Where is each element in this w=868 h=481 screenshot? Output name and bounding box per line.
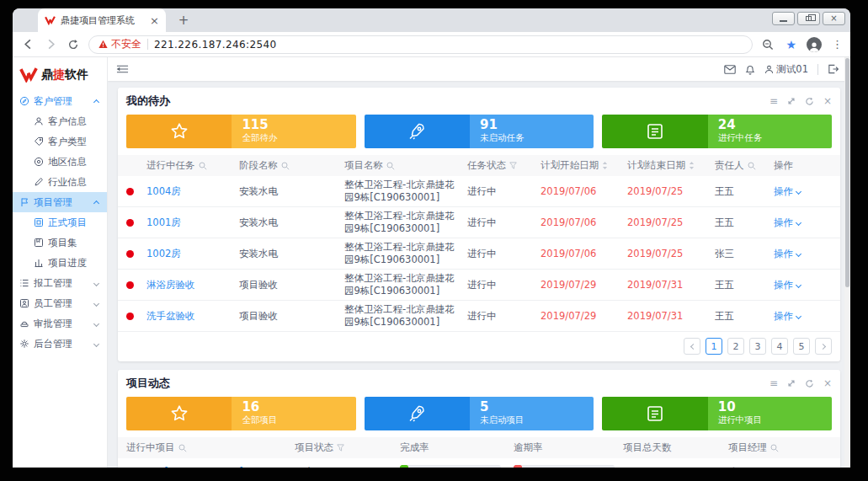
sidebar-item-customer-type[interactable]: 客户类型 bbox=[13, 131, 107, 152]
window-minimize-button[interactable] bbox=[772, 12, 795, 25]
sidebar-item-customer-mgmt[interactable]: 客户管理 bbox=[13, 91, 107, 111]
site-favicon-icon bbox=[45, 15, 56, 25]
task-link[interactable]: 1001房 bbox=[146, 216, 181, 228]
user-menu[interactable]: 测试01 bbox=[764, 63, 808, 76]
panel-expand-icon[interactable] bbox=[787, 97, 796, 105]
security-warning[interactable]: 不安全 bbox=[99, 37, 141, 51]
address-bar[interactable]: 不安全 221.226.187.246:2540 bbox=[88, 35, 753, 54]
url-text: 221.226.187.246:2540 bbox=[154, 39, 277, 51]
panel-toolbar: ≡ × bbox=[769, 96, 832, 106]
browser-tab[interactable]: 鼎捷项目管理系统 × bbox=[38, 8, 166, 32]
table-header-row: 进行中项目 项目状态 完成率 逾期率 项目总天数 项目经理 bbox=[118, 437, 840, 458]
sidebar-item-label: 项目进度 bbox=[48, 257, 100, 270]
panel-project-activity: 项目动态 ≡ × 16全部项目 bbox=[118, 370, 840, 468]
chevron-down-icon bbox=[93, 280, 99, 286]
sidebar-item-project-mgmt[interactable]: 项目管理 bbox=[13, 192, 107, 212]
mail-icon[interactable] bbox=[724, 65, 736, 74]
bell-icon[interactable] bbox=[745, 64, 755, 75]
end-date-cell: 2019/07/25 bbox=[627, 185, 715, 197]
collapse-sidebar-icon[interactable] bbox=[116, 64, 129, 74]
flag-icon bbox=[19, 197, 29, 207]
action-dropdown[interactable]: 操作 bbox=[774, 279, 802, 291]
sidebar-item-backend-mgmt[interactable]: 后台管理 bbox=[13, 334, 107, 354]
col-header-stage[interactable]: 阶段名称 bbox=[239, 159, 344, 172]
sidebar-item-label: 项目集 bbox=[48, 237, 100, 249]
pagination-page-button[interactable]: 1 bbox=[706, 338, 722, 355]
bar-chart-icon bbox=[34, 258, 44, 268]
sidebar-item-approval-mgmt[interactable]: 审批管理 bbox=[13, 313, 107, 334]
task-link[interactable]: 1004房 bbox=[146, 185, 181, 197]
action-dropdown[interactable]: 操作 bbox=[774, 216, 802, 229]
stat-card-all-projects[interactable]: 16全部项目 bbox=[126, 397, 356, 430]
action-dropdown[interactable]: 操作 bbox=[774, 248, 802, 260]
sidebar-item-project-progress[interactable]: 项目进度 bbox=[13, 253, 107, 273]
col-header-status[interactable]: 任务状态 bbox=[467, 159, 541, 172]
window-restore-button[interactable] bbox=[797, 12, 820, 25]
sidebar-item-customer-info[interactable]: 客户信息 bbox=[13, 111, 107, 131]
window-close-button[interactable]: × bbox=[823, 12, 845, 25]
logout-icon[interactable] bbox=[828, 64, 839, 74]
pagination-page-button[interactable]: 2 bbox=[727, 338, 744, 355]
sidebar-item-employee-mgmt[interactable]: 员工管理 bbox=[13, 293, 107, 313]
task-list-icon bbox=[602, 397, 707, 430]
stage-cell: 安装水电 bbox=[239, 185, 344, 198]
pagination-prev-button[interactable] bbox=[684, 338, 700, 355]
panel-menu-icon[interactable]: ≡ bbox=[769, 96, 778, 106]
col-header-owner[interactable]: 责任人 bbox=[715, 159, 774, 172]
tab-close-icon[interactable]: × bbox=[150, 15, 159, 26]
task-link[interactable]: 1002房 bbox=[146, 248, 181, 259]
panel-close-icon[interactable]: × bbox=[823, 378, 832, 388]
browser-menu-icon[interactable]: ⋮ bbox=[832, 38, 843, 51]
forward-button[interactable] bbox=[43, 37, 58, 52]
col-header-status[interactable]: 项目状态 bbox=[295, 441, 400, 454]
col-header-end-date[interactable]: 计划结束日期 bbox=[627, 159, 715, 172]
pagination-page-button[interactable]: 5 bbox=[793, 338, 810, 355]
panel-refresh-icon[interactable] bbox=[805, 97, 814, 106]
stamp-icon bbox=[19, 318, 29, 329]
panel-close-icon[interactable]: × bbox=[823, 96, 832, 106]
sidebar-item-label: 客户类型 bbox=[48, 136, 100, 148]
col-header-start-date[interactable]: 计划开始日期 bbox=[541, 159, 627, 172]
sidebar-item-industry-info[interactable]: 行业信息 bbox=[13, 172, 107, 192]
start-date-cell: 2019/07/06 bbox=[541, 248, 627, 259]
star-icon bbox=[126, 397, 232, 430]
col-header-task[interactable]: 进行中任务 bbox=[146, 159, 239, 172]
completion-progress: 8% bbox=[400, 463, 501, 468]
pagination-page-button[interactable]: 4 bbox=[771, 338, 788, 355]
zoom-icon[interactable] bbox=[760, 37, 775, 52]
task-link[interactable]: 洗手盆验收 bbox=[146, 310, 195, 322]
stat-card-not-started-projects[interactable]: 5未启动项目 bbox=[365, 397, 594, 430]
sidebar-item-work-report-mgmt[interactable]: 报工管理 bbox=[13, 273, 107, 293]
new-tab-button[interactable]: + bbox=[176, 13, 191, 28]
stat-card-in-progress-projects[interactable]: 10进行中项目 bbox=[602, 397, 832, 430]
profile-avatar[interactable] bbox=[807, 37, 822, 52]
stat-card-all-todo[interactable]: 115全部待办 bbox=[126, 115, 356, 148]
panel-menu-icon[interactable]: ≡ bbox=[769, 378, 778, 388]
project-link[interactable]: ERP项目[20200306-001] bbox=[126, 466, 243, 468]
pagination-page-button[interactable]: 3 bbox=[749, 338, 766, 355]
sidebar-item-region-info[interactable]: 地区信息 bbox=[13, 152, 107, 172]
action-dropdown[interactable]: 操作 bbox=[774, 185, 802, 198]
stat-card-not-started-tasks[interactable]: 91未启动任务 bbox=[365, 115, 594, 148]
reload-button[interactable] bbox=[66, 37, 81, 52]
col-header-project[interactable]: 进行中项目 bbox=[118, 441, 295, 454]
project-square-icon bbox=[34, 217, 44, 227]
web-page: 鼎捷软件 客户管理 客户信息 客户类型 地区信息 行业信息 bbox=[13, 57, 850, 468]
close-icon: × bbox=[830, 14, 837, 23]
panel-expand-icon[interactable] bbox=[787, 379, 796, 387]
task-link[interactable]: 淋浴房验收 bbox=[146, 279, 195, 291]
action-dropdown[interactable]: 操作 bbox=[774, 310, 802, 323]
table-row: 洗手盆验收 项目验收 整体卫浴工程-北京鼎捷花园9栋[C190630001] 进… bbox=[118, 301, 840, 332]
page-scrollbar[interactable] bbox=[844, 57, 850, 468]
panel-refresh-icon[interactable] bbox=[805, 379, 814, 388]
pagination-next-button[interactable] bbox=[815, 338, 832, 355]
col-header-manager[interactable]: 项目经理 bbox=[728, 441, 840, 454]
sidebar-item-project-collection[interactable]: 项目集 bbox=[13, 232, 107, 253]
stat-card-in-progress-tasks[interactable]: 24进行中任务 bbox=[602, 115, 832, 148]
scrollbar-thumb[interactable] bbox=[845, 58, 849, 287]
sidebar-item-formal-projects[interactable]: 正式项目 bbox=[13, 212, 107, 232]
col-header-project[interactable]: 项目名称 bbox=[344, 159, 467, 172]
status-dot-icon bbox=[126, 250, 134, 258]
bookmark-star-icon[interactable]: ★ bbox=[785, 38, 796, 51]
back-button[interactable] bbox=[20, 37, 35, 52]
